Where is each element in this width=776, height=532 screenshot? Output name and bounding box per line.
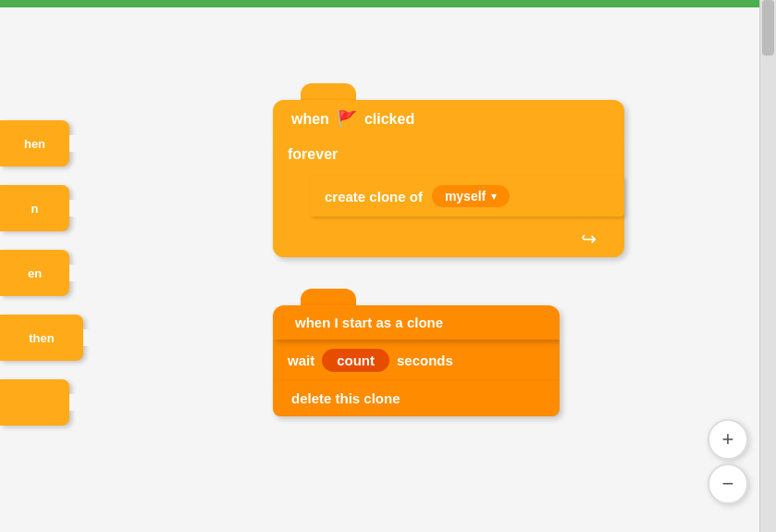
when-text: when — [291, 111, 329, 128]
sidebar-block-1-label: hen — [24, 137, 45, 151]
scrollbar[interactable] — [759, 0, 776, 532]
zoom-out-button[interactable]: − — [708, 464, 748, 504]
delete-clone-block[interactable]: delete this clone — [273, 381, 560, 416]
hat-block-wrapper: when 🚩 clicked — [273, 100, 624, 139]
sidebar-block-3-label: en — [28, 266, 42, 280]
loop-arrow-icon: ↩ — [581, 228, 597, 250]
zoom-in-button[interactable]: + — [708, 419, 748, 460]
clone-hat-wrapper: when I start as a clone — [273, 305, 560, 340]
sidebar-block-2[interactable]: n — [0, 185, 69, 231]
left-sidebar-blocks: hen n en then — [0, 120, 83, 426]
seconds-text: seconds — [397, 353, 453, 368]
scrollbar-thumb[interactable] — [762, 0, 774, 56]
forever-block-wrapper: forever create clone of myself ▾ ↩ — [273, 139, 624, 257]
create-clone-text: create clone of — [325, 189, 423, 204]
sidebar-block-4-label: then — [29, 331, 54, 345]
forever-text: forever — [288, 146, 338, 162]
create-clone-block[interactable]: create clone of myself ▾ — [310, 176, 624, 217]
clicked-text: clicked — [364, 111, 414, 128]
myself-dropdown[interactable]: myself ▾ — [432, 185, 510, 207]
wait-seconds-block[interactable]: wait count seconds — [273, 340, 560, 381]
when-clicked-stack: when 🚩 clicked forever create clone of m… — [273, 100, 624, 257]
myself-value: myself — [445, 189, 486, 204]
inner-block-area: create clone of myself ▾ — [273, 170, 624, 222]
clone-hat-text: when I start as a clone — [295, 315, 443, 330]
dropdown-arrow-icon: ▾ — [491, 190, 497, 203]
count-value: count — [337, 353, 375, 368]
when-clicked-hat-block[interactable]: when 🚩 clicked — [273, 100, 624, 139]
forever-bottom: ↩ — [273, 222, 624, 257]
canvas-area: hen n en then when 🚩 clicked — [0, 0, 776, 532]
sidebar-block-3[interactable]: en — [0, 250, 69, 296]
zoom-in-icon: + — [722, 427, 734, 452]
sidebar-block-4[interactable]: then — [0, 315, 83, 361]
sidebar-block-5[interactable] — [0, 379, 69, 426]
delete-clone-text: delete this clone — [291, 390, 400, 406]
zoom-controls: + − — [708, 419, 748, 504]
sidebar-block-2-label: n — [31, 202, 39, 216]
sidebar-block-1[interactable]: hen — [0, 120, 69, 167]
clone-stack: when I start as a clone wait count secon… — [273, 305, 560, 416]
wait-text: wait — [288, 353, 314, 368]
forever-block[interactable]: forever — [273, 139, 624, 170]
zoom-out-icon: − — [722, 472, 734, 496]
top-bar — [0, 0, 776, 7]
green-flag-icon: 🚩 — [337, 109, 357, 130]
clone-hat-block[interactable]: when I start as a clone — [273, 305, 560, 340]
count-pill[interactable]: count — [322, 349, 389, 372]
